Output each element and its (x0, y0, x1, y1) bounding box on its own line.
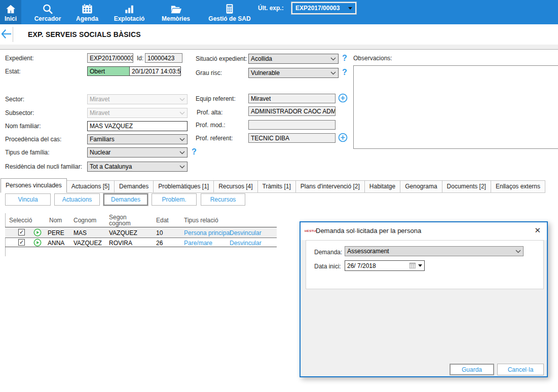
tab-plans-intervencio[interactable]: Plans d'intervenció [2] (295, 180, 365, 193)
row2-play-circle-icon[interactable] (33, 239, 42, 249)
vincula-button[interactable]: Vincula (5, 193, 51, 206)
subsector-dropdown: Miravet (87, 108, 188, 118)
tab-strip: Persones vinculades Actuacions [5] Deman… (1, 178, 545, 193)
nav-inici-label: Inici (5, 16, 17, 22)
col-cognom: Cognom (73, 217, 96, 223)
tab-genograma[interactable]: Genograma (400, 180, 442, 193)
title-divider (13, 27, 13, 42)
separator-strip (0, 45, 558, 49)
nav-memories-label: Memòries (162, 16, 190, 22)
dialog-title-bar[interactable]: HESTIA Demanda sol·licitada per la perso… (301, 222, 547, 240)
nom-familiar-input[interactable]: MAS VAZQUEZ (87, 121, 188, 131)
recursos-button[interactable]: Recursos (201, 193, 245, 206)
row2-tipus-relacio-link[interactable]: Pare/mare (184, 240, 212, 247)
prof-mod-field (248, 120, 336, 130)
tab-habitatge[interactable]: Habitatge (364, 180, 400, 193)
row1-play-circle-icon[interactable] (33, 228, 42, 239)
home-icon (5, 2, 17, 16)
expedient-form: Expedient: EXP2017/00003 Id: 10000423 Es… (0, 49, 558, 176)
tab-tramits[interactable]: Tràmits [1] (257, 180, 296, 193)
tipus-familia-help-icon[interactable]: ? (192, 147, 197, 156)
row2-cognom: VAZQUEZ (73, 240, 102, 247)
chevron-down-icon (330, 71, 336, 75)
chevron-down-icon (330, 57, 336, 61)
sector-label: Sector: (5, 96, 24, 103)
row1-nom: PERE (48, 229, 64, 237)
hestia-logo: HESTIA (305, 229, 317, 232)
tab-actuacions[interactable]: Actuacions [5] (66, 180, 115, 193)
nav-memories[interactable]: Memòries (155, 0, 197, 24)
tab-problematiques[interactable]: Problemàtiques [1] (153, 180, 214, 193)
nav-agenda[interactable]: Agenda (70, 0, 104, 24)
situacio-label: Situació expedient: (196, 55, 247, 62)
back-arrow-icon[interactable] (1, 29, 12, 41)
tab-enllacos-externs[interactable]: Enllaços externs (491, 180, 545, 193)
expedient-field: EXP2017/00003 (87, 53, 133, 63)
observacions-label: Observacions: (353, 55, 392, 62)
col-edat: Edat (156, 217, 169, 223)
tipus-familia-dropdown[interactable]: Nuclear (87, 147, 188, 158)
close-icon[interactable]: ✕ (534, 226, 541, 235)
estat-field: Obert (87, 66, 130, 76)
calendar-icon (81, 2, 93, 16)
expedient-label: Expedient: (5, 55, 34, 62)
situacio-help-icon[interactable]: ? (342, 54, 347, 63)
residencia-dropdown[interactable]: Tot a Catalunya (87, 162, 188, 172)
demanda-dropdown[interactable]: Assessorament (345, 246, 524, 256)
tipus-familia-label: Tipus de família: (5, 149, 50, 156)
nav-inici[interactable]: Inici (0, 0, 21, 24)
data-inici-datepicker[interactable]: 26/ 7/2018 (345, 260, 425, 271)
subsector-label: Subsector: (5, 109, 34, 116)
prof-referent-add-icon[interactable] (338, 133, 348, 144)
problem-button[interactable]: Problem. (152, 193, 197, 206)
guarda-button[interactable]: Guarda (450, 364, 494, 375)
chevron-down-icon (179, 165, 185, 169)
row1-desvincular-link[interactable]: Desvincular (230, 229, 262, 237)
tab-persones-vinculades[interactable]: Persones vinculades (1, 178, 67, 193)
row1-cognom: MAS (73, 229, 87, 237)
estat-date-field: 20/1/2017 14:03:54 (129, 66, 181, 76)
chevron-down-icon (179, 151, 185, 154)
row2-segon-cognom: ROVIRA (109, 240, 132, 247)
equip-referent-add-icon[interactable] (338, 93, 348, 105)
tab-documents[interactable]: Documents [2] (442, 180, 491, 193)
nav-gestio-sad[interactable]: Gestió de SAD (201, 0, 258, 24)
row2-checkbox[interactable]: ✓ (18, 239, 25, 246)
dialog-title: Demanda sol·licitada per la persona (316, 227, 421, 234)
chevron-down-icon (515, 250, 521, 253)
prof-mod-label: Prof. mod.: (196, 122, 226, 129)
search-icon (42, 2, 54, 16)
tab-recursos[interactable]: Recursos [4] (213, 180, 257, 193)
last-exp-value: EXP2017/00003 (295, 5, 340, 12)
actuacions-button[interactable]: Actuacions (54, 193, 100, 206)
cancella-button[interactable]: Cancel·la (497, 364, 544, 375)
observacions-textarea[interactable] (353, 65, 558, 149)
sector-dropdown: Miravet (87, 94, 188, 104)
prof-referent-field: TECNIC DIBA (248, 133, 336, 143)
procedencia-dropdown[interactable]: Familiars (87, 134, 188, 144)
nav-cercador[interactable]: Cercador (29, 0, 66, 24)
dropdown-caret-icon (348, 7, 352, 10)
row2-nom: ANNA (48, 240, 64, 247)
grau-risc-dropdown[interactable]: Vulnerable (248, 68, 339, 78)
demanda-dialog: HESTIA Demanda sol·licitada per la perso… (300, 221, 548, 377)
last-exp-label: Últ. exp.: (258, 5, 284, 12)
nav-explotacio[interactable]: Explotació (108, 0, 151, 24)
col-seleccio: Selecció (9, 217, 32, 223)
demandes-button[interactable]: Demandes (103, 193, 148, 206)
row1-checkbox[interactable]: ✓ (18, 229, 25, 236)
tab-demandes[interactable]: Demandes (114, 180, 154, 193)
nav-cercador-label: Cercador (34, 16, 61, 22)
nav-gestio-sad-label: Gestió de SAD (208, 16, 250, 22)
last-exp-dropdown[interactable]: EXP2017/00003 (291, 2, 356, 14)
dialog-fields-groupbox: Demanda: Assessorament Data inici: 26/ 7… (306, 240, 544, 289)
chevron-down-icon (179, 98, 185, 101)
row1-tipus-relacio-link[interactable]: Persona principal (184, 229, 231, 237)
procedencia-label: Procedència del cas: (5, 136, 61, 143)
date-calendar-icon (409, 262, 416, 269)
equip-referent-field: Miravet (248, 94, 336, 103)
row2-desvincular-link[interactable]: Desvincular (230, 240, 262, 247)
col-tipus-relacio: Tipus relació (184, 217, 218, 223)
grau-risc-help-icon[interactable]: ? (342, 68, 347, 77)
situacio-dropdown[interactable]: Acollida (248, 54, 339, 64)
